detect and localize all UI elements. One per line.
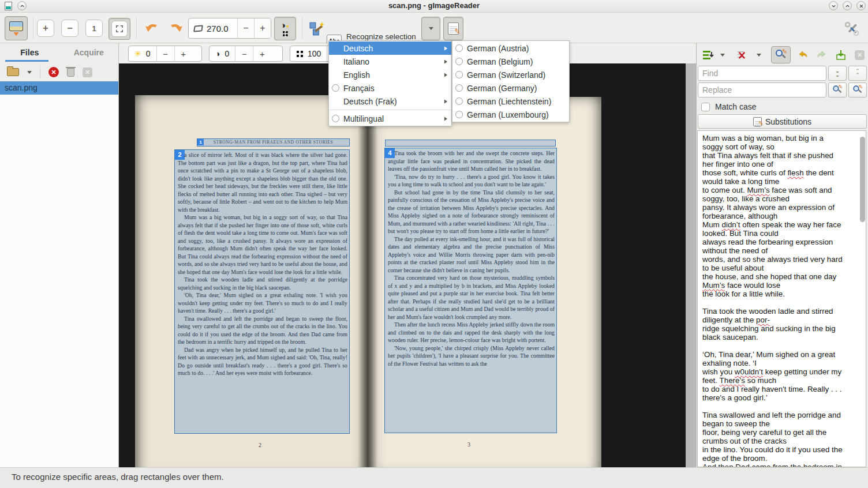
german-submenu-item[interactable]: German (Switzerland) [452,68,569,81]
german-submenu-item[interactable]: German (Germany) [452,81,569,95]
maximize-button[interactable] [843,1,852,10]
redo-button[interactable] [815,48,829,62]
find-next-button[interactable]: ⌄⌄ [828,66,847,81]
selection-region-header-left[interactable]: 1 STRONG-MAN FROM PIRAEUS AND OTHER STOR… [197,138,350,147]
menu-item-label: German (Belgium) [467,57,533,66]
brightness-increase-button[interactable]: + [174,46,192,61]
replace-button[interactable]: ✎ [828,82,847,97]
rotate-right-button[interactable] [166,20,186,39]
replace-all-button[interactable]: ✎ [848,82,867,97]
german-submenu-item[interactable]: German (Liechtenstein) [452,95,569,108]
insert-mode-button[interactable] [701,48,715,62]
strip-linebreaks-button[interactable] [735,48,748,62]
language-menu-item[interactable]: Français [329,81,451,95]
find-replace-toggle[interactable]: ✎ [771,46,791,63]
page-text-right: Tina took the broom with her and she swe… [388,149,555,431]
language-menu-item[interactable] [329,108,451,112]
contrast-spinbox[interactable]: ◑0 − + [209,46,283,62]
german-submenu-item[interactable]: German (Austria) [452,42,569,55]
page-text-left: a slice of mirror left. Most of it was b… [178,151,347,432]
recognize-language-menu-button[interactable] [421,17,440,40]
clear-output-icon[interactable]: ✕ [855,50,865,60]
open-image-button[interactable] [5,16,28,40]
radio-icon [455,111,463,118]
rotate-left-button[interactable] [142,20,162,39]
rotation-value[interactable]: 270.0 [207,24,229,33]
book-paragraph: Mum was a big woman, but big in a soggy … [178,213,347,276]
find-input[interactable] [698,66,826,81]
find-previous-button[interactable]: ⌃⌃ [848,66,867,81]
contrast-value[interactable]: 0 [225,49,229,58]
minimize-button[interactable] [829,1,838,10]
main-toolbar: + − 1 270.0 − + ◑✦ [0,13,868,43]
contrast-increase-button[interactable]: + [253,46,271,61]
tab-acquire[interactable]: Acquire [59,45,119,61]
rotation-increase-button[interactable]: + [254,18,271,38]
brightness-decrease-button[interactable]: − [156,46,174,61]
substitutions-button[interactable]: ✎ Substitutions [698,114,867,129]
resolution-icon [296,50,303,57]
file-list-item[interactable]: scan.png [0,81,118,95]
menu-item-label: Multilingual [343,114,384,123]
brightness-value[interactable]: 0 [146,49,151,58]
open-menu-caret-icon[interactable] [27,71,32,74]
double-chevron-up-icon: ⌃⌃ [855,69,860,77]
double-chevron-down-icon: ⌄⌄ [835,69,840,77]
page-running-header: STRONG-MAN FROM PIRAEUS AND OTHER STORIE… [197,139,349,146]
replace-input[interactable] [698,82,826,97]
close-button[interactable] [856,1,866,10]
output-toolbar: ✎ ✕ [701,46,865,63]
page-number-left: 2 [259,442,261,448]
book-paragraph: Tina took the broom with her and she swe… [388,149,555,173]
autolayout-button[interactable] [306,18,327,39]
clear-list-icon[interactable]: ✕ [83,67,92,77]
german-submenu-item[interactable]: German (Belgium) [452,55,569,68]
book-paragraph: The day pulled at every ink-smelling hou… [388,235,555,275]
selection-region-header-right[interactable] [385,140,556,147]
language-menu-item[interactable]: English [329,68,451,81]
undo-button[interactable] [796,48,810,62]
book-paragraph: Tina swallowed and left the porridge and… [178,315,347,346]
rotate-right-icon [169,22,184,37]
language-menu-item[interactable]: Multilingual [329,112,451,125]
output-pane-toggle[interactable]: ✎ [443,17,463,40]
output-scrollbar-thumb[interactable] [860,137,865,222]
language-menu-item[interactable]: Deutsch [329,42,451,55]
match-case-checkbox[interactable] [701,103,710,111]
zoom-out-button[interactable]: − [61,20,78,37]
window-title: scan.png - gImageReader [0,1,868,10]
page-number-right: 3 [467,441,470,448]
save-output-icon [835,49,847,61]
zoom-fit-button[interactable] [108,18,130,40]
save-output-button[interactable] [834,48,848,62]
language-menu: Deutsch Italiano English Français [328,40,452,126]
remove-file-icon[interactable]: ✕ [48,67,59,77]
image-controls-toggle[interactable]: ◑✦ [274,17,296,40]
brightness-icon: ✳ [134,49,141,58]
tab-files[interactable]: Files [0,45,59,61]
zoom-original-button[interactable]: 1 [85,20,103,37]
canvas-scrollbar[interactable] [686,63,696,467]
language-menu-item[interactable]: Deutsch (Frak) [329,95,451,108]
delete-file-icon[interactable] [67,68,74,77]
rotation-spinbox[interactable]: 270.0 − + [188,18,271,39]
open-folder-icon[interactable] [7,68,19,76]
zoom-in-icon: + [37,20,54,37]
book-page-left: 1 STRONG-MAN FROM PIRAEUS AND OTHER STOR… [135,95,368,467]
rotation-decrease-button[interactable]: − [237,18,254,38]
insert-mode-caret-icon[interactable] [720,54,725,57]
menu-item-label: German (Luxembourg) [467,110,549,119]
output-text[interactable]: Mum was a big woman, but big in asoggy s… [697,130,866,467]
german-submenu-item[interactable]: German (Luxembourg) [452,108,569,121]
settings-button[interactable] [841,18,862,39]
zoom-in-button[interactable]: + [37,20,54,37]
submenu-arrow-icon [444,99,448,104]
book-paragraph: Dad was angry when he picked himself up,… [178,346,347,377]
contrast-decrease-button[interactable]: − [235,46,253,61]
language-menu-item[interactable]: Italiano [329,55,451,68]
brightness-spinbox[interactable]: ✳0 − + [128,46,202,62]
resolution-value[interactable]: 100 [308,49,321,58]
strip-menu-caret-icon[interactable] [757,54,761,57]
menu-item-label: Deutsch (Frak) [343,97,397,106]
output-panel: ✎ ✕ ⌄⌄ ⌃⌃ ✎ ✎ Match case ✎ Substitutions [696,43,868,467]
